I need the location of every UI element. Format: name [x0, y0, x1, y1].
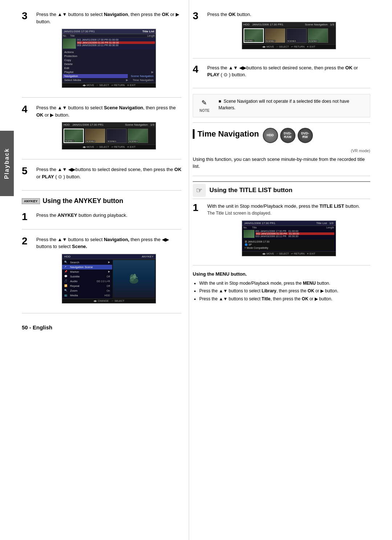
scene-footer-left: ◀▶ MOVE☞ SELECT↩ RETURN✕ EXIT [62, 145, 156, 149]
step-number-3-left: 3 [22, 11, 33, 91]
title-list-title: Using the TITLE LIST button [209, 187, 293, 194]
anykey-step2-num: 2 [22, 236, 33, 306]
scene-thumb-1: SCENE1 [64, 129, 84, 143]
divider-1 [193, 122, 370, 123]
left-step4-section: 4 Press the ▲▼ buttons to select Scene N… [22, 104, 181, 159]
time-nav-description: Using this function, you can search scen… [193, 156, 370, 170]
note-icon: ✎ [201, 98, 210, 108]
left-step3-section: 3 Press the ▲▼ buttons to select Navigat… [22, 11, 181, 98]
hand-icon: ☞ [193, 184, 206, 197]
menu-actions: Actions [63, 50, 155, 54]
tl-header-left: JAN/01/2006 17:30 PR1 [244, 222, 275, 225]
right-step4-text: Press the ▲▼ ◀▶buttons to select desired… [207, 64, 370, 78]
scene-nav-screen-left: HDD JAN/01/2006 17:30 PR1 Scene Navigati… [62, 122, 156, 150]
screen-footer-3left: ◀▶ MOVE☞ SELECT↩ RETURN✕ EXIT [62, 83, 156, 88]
scene-thumb-r2: SCENE2 [265, 28, 285, 43]
tl-detail-box: 🗓 JAN/01/2006 17:30 🔵 SP + Mode Compatib… [244, 239, 334, 251]
scene-thumb-4: SCENE4 [128, 129, 148, 143]
tl-step1-text: With the unit in Stop mode/Playback mode… [207, 203, 370, 217]
anykey-badge: ANYKEY [22, 198, 40, 204]
time-nav-section: Time Navigation HDD DVD-RAM DVD-RW (VR m… [193, 128, 370, 170]
scene-footer-right: ◀▶ MOVE☞ SELECT↩ RETURN✕ EXIT [242, 44, 336, 49]
menu-scene-nav: Scene Navigation [129, 74, 155, 78]
scene-header-right-right: Scene Navigation 1/3 [305, 23, 334, 26]
anykey-hdd-label: HDD [64, 255, 70, 258]
anykey-screen-footer: ◀▶ CHANGE☞ SELECT [62, 299, 156, 303]
anykey-step1-text: Press the ANYKEY button during playback. [36, 212, 181, 219]
right-step3-num: 3 [193, 11, 204, 52]
note-label: NOTE [200, 108, 212, 113]
note-text: ■ Scene Navigation will not operate if a… [219, 98, 366, 113]
anykey-label: ANYKEY [142, 255, 154, 258]
menu-select-media: Select Media ▶ [63, 78, 130, 82]
step-number-5-left: 5 [22, 166, 33, 184]
anykey-zoom: 🔍ZoomOn [62, 288, 112, 293]
scene-header-right-left: HDD JAN/01/2006 17:30 PR1 [244, 23, 283, 26]
anykey-step2: 2 Press the ▲▼ buttons to select Navigat… [22, 236, 181, 313]
tl-footer: ◀▶ MOVE☞ SELECT↩ RETURN✕ EXIT [242, 251, 336, 256]
scene-header-right: Scene Navigation 1/3 [125, 123, 155, 126]
media-icon-hdd: HDD [263, 128, 278, 143]
menu-button-section: Using the MENU button. With the unit in … [193, 271, 370, 303]
anykey-navigation: ↗Navigation Scene [62, 265, 112, 269]
tl-detail-compat: + Mode Compatibility [245, 247, 269, 249]
anykey-video-preview [113, 260, 155, 298]
anykey-step1: 1 Press the ANYKEY button during playbac… [22, 212, 181, 230]
playback-side-tab: Playback [0, 131, 14, 196]
right-step3: 3 Press the OK button. HDD JAN/01/2006 1… [193, 11, 370, 58]
menu-edit: Edit [63, 66, 155, 70]
title-list-screen-mockup: JAN/01/2006 17:30 PR1 Title List No. Tit… [62, 29, 156, 88]
step5-left-text: Press the ▲▼ ◀▶buttons to select desired… [36, 166, 181, 180]
scene-thumb-3: SCENE3 [106, 129, 127, 143]
anykey-section-title: Using the ANYKEY button [43, 197, 123, 205]
page-footer-label: 50 - English [22, 324, 181, 330]
menu-button-title: Using the MENU button. [193, 271, 370, 277]
right-step4: 4 Press the ▲▼ ◀▶buttons to select desir… [193, 64, 370, 88]
tl-step1: 1 With the unit in Stop mode/Playback mo… [193, 203, 370, 265]
tl-detail-sp: 🔵 SP [245, 243, 252, 246]
screen-date: JAN/01/2006 17:30 PR1 [64, 30, 95, 33]
tl-col-length: Length [314, 226, 334, 229]
anykey-marker: 📌Marker▶ [62, 269, 112, 274]
media-icon-dvd-ram: DVD-RAM [280, 128, 295, 143]
anykey-media: 📺MediaHDD [62, 293, 112, 298]
menu-btn-item-1: With the unit in Stop mode/Playback mode… [199, 280, 370, 288]
menu-navigation: Navigation [63, 74, 128, 78]
step4-left-text: Press the ▲▼ buttons to select Scene Nav… [36, 104, 181, 118]
scene-thumb-r1: SCENE1 [244, 28, 264, 43]
title-list-section: ☞ Using the TITLE LIST button 1 With the… [193, 181, 370, 303]
tl-header-right: Title List 1/3 [316, 222, 333, 225]
anykey-subtitle: 💬SubtitleOff [62, 274, 112, 279]
divider-2 [193, 176, 370, 176]
menu-btn-item-3: Press the ▲▼ buttons to select Title, th… [199, 295, 370, 303]
anykey-step2-text: Press the ▲▼ buttons to select Navigatio… [36, 236, 181, 250]
title-list-screen: JAN/01/2006 17:30 PR1 Title List 1/3 No.… [242, 220, 336, 256]
menu-btn-item-2: Press the ▲▼ buttons to select Library, … [199, 287, 370, 295]
anykey-step1-num: 1 [22, 212, 33, 223]
anykey-screen: HDD ANYKEY 🔍Search▶ ↗Navigation Scene [62, 254, 156, 304]
anykey-audio: 🎵AudioDD 2.0 L+R [62, 279, 112, 284]
step-number-4-left: 4 [22, 104, 33, 153]
anykey-section: ANYKEY Using the ANYKEY button 1 Press t… [22, 197, 181, 313]
menu-time-nav: Time Navigation [131, 78, 155, 82]
media-icon-dvd-rw: DVD-RW [298, 128, 313, 143]
vr-mode-text: (VR mode) [193, 149, 370, 153]
scene-header-left: HDD JAN/01/2006 17:30 PR1 [64, 123, 103, 126]
right-step3-text: Press the OK button. [207, 11, 370, 18]
menu-button-list: With the unit in Stop mode/Playback mode… [199, 280, 370, 303]
menu-copy: Copy [63, 58, 155, 62]
tl-step1-num: 1 [193, 203, 204, 259]
scene-thumb-r4: SCENE4 [308, 28, 328, 43]
time-nav-title: Time Navigation [193, 129, 259, 139]
tl-col-title: Title [252, 226, 313, 229]
anykey-title-bar: ANYKEY Using the ANYKEY button [22, 197, 181, 207]
screen-title-label: Title List [142, 30, 154, 33]
scene-nav-screen-right: HDD JAN/01/2006 17:30 PR1 Scene Navigati… [242, 22, 336, 49]
anykey-search: 🔍Search▶ [62, 260, 112, 265]
note-box: ✎ NOTE ■ Scene Navigation will not opera… [193, 94, 370, 117]
menu-playlist: Playlist ▶ [63, 70, 155, 74]
menu-delete: Delete [63, 62, 155, 66]
left-step5-section: 5 Press the ▲▼ ◀▶buttons to select desir… [22, 166, 181, 191]
menu-protection: Protection [63, 54, 155, 58]
scene-thumb-2: SCENE2 [85, 129, 105, 143]
